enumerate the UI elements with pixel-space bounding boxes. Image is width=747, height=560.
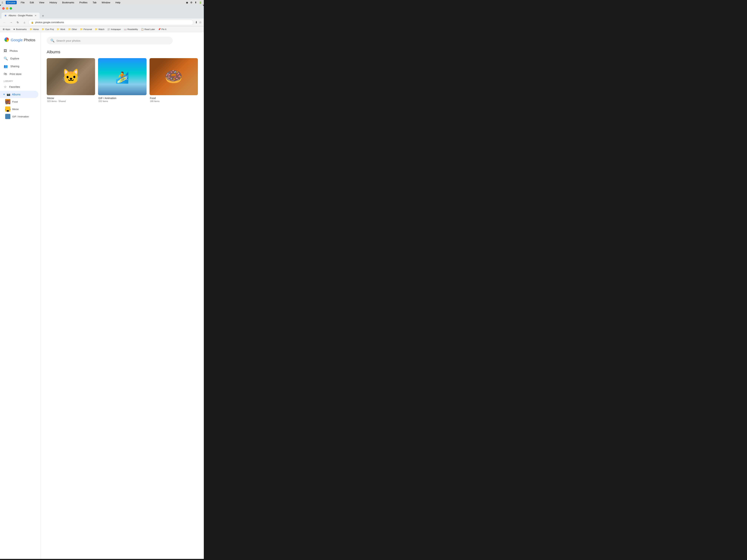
apple-menu[interactable]:  <box>2 1 3 4</box>
maximize-button[interactable] <box>10 7 12 10</box>
chrome-menu[interactable]: Chrome <box>6 1 17 4</box>
tab-close-button[interactable]: × <box>34 14 37 17</box>
bookmark-other[interactable]: 📁 Other <box>67 27 78 31</box>
tab-title: Albums - Google Photos <box>8 14 33 17</box>
search-bar-container: 🔍 Search your photos <box>47 37 198 45</box>
nav-explore[interactable]: 🔍 Explore <box>0 55 38 62</box>
sub-album-food[interactable]: Food <box>0 98 38 105</box>
bookmark-instapaper[interactable]: 📰 Instapaper <box>106 27 122 31</box>
nav-photos[interactable]: 🖼 Photos <box>0 47 38 55</box>
bookmark-home[interactable]: 📁 Home <box>28 27 40 31</box>
history-menu[interactable]: History <box>48 1 58 4</box>
bookmark-readability[interactable]: 📖 Readability <box>123 27 139 31</box>
meow-album-info: Meow 323 items · Shared <box>47 95 95 103</box>
file-menu[interactable]: File <box>20 1 26 4</box>
active-tab[interactable]: Albums - Google Photos × <box>1 12 40 19</box>
lock-icon: 🔒 <box>31 21 34 24</box>
nav-favorites[interactable]: ☆ Favorites <box>0 83 38 91</box>
food-thumbnail <box>5 99 10 104</box>
meow-thumbnail <box>5 106 10 112</box>
home-button[interactable]: ⌂ <box>22 20 27 25</box>
tab-menu[interactable]: Tab <box>92 1 98 4</box>
edit-menu[interactable]: Edit <box>29 1 35 4</box>
food-album-info: Food 188 items <box>150 95 198 103</box>
bookmarks-bar: ⊞ Apps ★ Bookmarks 📁 Home 📁 Curr Proj 📁 … <box>0 26 204 32</box>
sharing-nav-label: Sharing <box>10 65 19 68</box>
bookmark-apps[interactable]: ⊞ Apps <box>1 27 11 31</box>
meow-album-name: Meow <box>47 97 95 100</box>
personal-label: Personal <box>83 28 92 30</box>
apps-label: Apps <box>5 28 10 30</box>
gif-count: 332 items <box>98 100 108 103</box>
currproj-icon: 📁 <box>42 28 45 31</box>
albums-section-title: Albums <box>47 50 198 54</box>
download-icon[interactable]: ⬇ <box>195 20 198 24</box>
print-store-nav-icon: 🛍 <box>4 72 7 76</box>
bookmark-work[interactable]: 📁 Work <box>55 27 67 31</box>
omnibox-bar: ← → ↻ ⌂ 🔒 photos.google.com/albums ⬇ ☆ <box>0 19 204 26</box>
new-tab-button[interactable]: + <box>41 14 46 19</box>
gif-album-info: GIF / Animation 332 items <box>98 95 146 103</box>
albums-expand-icon: ▼ <box>3 93 5 96</box>
forward-button[interactable]: → <box>8 20 14 25</box>
bookmark-watch[interactable]: 📁 Watch <box>94 27 106 31</box>
bookmark-currproj[interactable]: 📁 Curr Proj <box>41 27 55 31</box>
search-icon: 🔍 <box>50 38 54 43</box>
title-bar <box>0 5 204 12</box>
address-bar[interactable]: 🔒 photos.google.com/albums <box>28 20 193 25</box>
bookmark-personal[interactable]: 📁 Personal <box>79 27 93 31</box>
bookmarks-menu[interactable]: Bookmarks <box>61 1 75 4</box>
instapaper-label: Instapaper <box>111 28 121 30</box>
logo-icon <box>4 37 10 43</box>
album-card-food[interactable]: Food 188 items <box>150 58 198 103</box>
library-section-label: LIBRARY <box>0 78 41 83</box>
help-menu[interactable]: Help <box>114 1 122 4</box>
reload-button[interactable]: ↻ <box>15 20 20 25</box>
back-button[interactable]: ← <box>2 20 7 25</box>
meow-album-meta: 323 items · Shared <box>47 100 95 103</box>
sub-album-gif[interactable]: GIF / Animation <box>0 113 38 120</box>
content-area: 🔍 Search your photos Albums Meow 323 ite… <box>41 32 204 559</box>
meow-shared: Shared <box>58 100 66 103</box>
bookmarks-label: Bookmarks <box>16 28 27 30</box>
sub-album-meow[interactable]: Meow <box>0 105 38 113</box>
sidebar: Google Photos 🖼 Photos 🔍 Explore 👥 Shari… <box>0 32 41 559</box>
food-album-thumbnail <box>150 58 198 95</box>
nav-print-store[interactable]: 🛍 Print store <box>0 70 38 78</box>
menubar-right-icons: ◉⚙⬆🔋 <box>186 1 202 4</box>
album-card-gif[interactable]: GIF / Animation 332 items <box>98 58 146 103</box>
other-icon: 📁 <box>68 28 71 31</box>
bookmark-readlater[interactable]: 📋 Read Later <box>140 27 156 31</box>
readlater-icon: 📋 <box>141 28 144 31</box>
album-card-meow[interactable]: Meow 323 items · Shared <box>47 58 95 103</box>
search-bar[interactable]: 🔍 Search your photos <box>47 37 173 45</box>
bookmark-bookmarks[interactable]: ★ Bookmarks <box>12 27 28 31</box>
tab-bar: Albums - Google Photos × + <box>0 12 204 19</box>
profiles-menu[interactable]: Profiles <box>78 1 88 4</box>
food-album-meta: 188 items <box>150 100 198 103</box>
favorites-nav-label: Favorites <box>9 85 20 88</box>
bookmark-star-icon[interactable]: ☆ <box>199 20 202 24</box>
favorites-nav-icon: ☆ <box>4 85 7 89</box>
bookmarks-star-icon: ★ <box>13 28 15 31</box>
food-count: 188 items <box>150 100 159 103</box>
view-menu[interactable]: View <box>38 1 45 4</box>
main-content: Google Photos 🖼 Photos 🔍 Explore 👥 Shari… <box>0 32 204 559</box>
readlater-label: Read Later <box>145 28 155 30</box>
omnibox-right-icons: ⬇ ☆ <box>195 20 202 24</box>
explore-nav-label: Explore <box>10 57 19 60</box>
food-album-label: Food <box>12 100 18 103</box>
nav-albums[interactable]: ▼ 📷 Albums <box>0 91 38 98</box>
home-label: Home <box>33 28 39 30</box>
gif-album-label: GIF / Animation <box>12 115 29 118</box>
nav-sharing[interactable]: 👥 Sharing <box>0 62 38 70</box>
personal-icon: 📁 <box>80 28 83 31</box>
work-label: Work <box>60 28 65 30</box>
bookmark-pinit[interactable]: 📌 Pin It <box>157 27 168 31</box>
close-button[interactable] <box>2 7 5 10</box>
gif-album-meta: 332 items <box>98 100 146 103</box>
minimize-button[interactable] <box>6 7 8 10</box>
apps-icon: ⊞ <box>3 28 5 31</box>
window-menu[interactable]: Window <box>101 1 111 4</box>
food-album-name: Food <box>150 97 198 100</box>
